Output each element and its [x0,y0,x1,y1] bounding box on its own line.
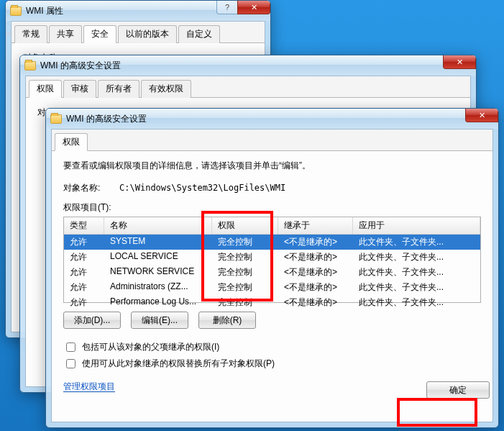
inherit-checkbox-label: 包括可从该对象的父项继承的权限(I) [82,341,219,353]
tab-audit[interactable]: 审核 [63,80,96,98]
tab-effective[interactable]: 有效权限 [141,80,191,98]
object-name-value: C:\Windows\System32\LogFiles\WMI [119,183,285,193]
window-title: WMI 的高级安全设置 [40,60,121,72]
folder-icon [24,61,36,71]
perm-items-label: 权限项目(T): [63,201,481,214]
tab-owner[interactable]: 所有者 [98,80,139,98]
table-row[interactable]: 允许Administrators (ZZ...完全控制<不是继承的>此文件夹、子… [64,280,480,295]
col-perm[interactable]: 权限 [212,217,278,234]
tabs: 常规 共享 安全 以前的版本 自定义 [12,22,265,43]
remove-button[interactable]: 删除(R) [198,312,256,329]
inherit-checkbox[interactable] [66,342,75,352]
titlebar[interactable]: WMI 属性 ? ✕ [6,1,270,21]
window-title: WMI 的高级安全设置 [66,113,147,125]
window-adv-security-2: WMI 的高级安全设置 ✕ 权限 要查看或编辑权限项目的详细信息，请选择该项目并… [45,108,499,428]
tab-share[interactable]: 共享 [49,25,82,43]
tab-permissions[interactable]: 权限 [29,80,62,98]
close-button[interactable]: ✕ [237,1,270,14]
titlebar[interactable]: WMI 的高级安全设置 ✕ [20,55,476,76]
folder-icon [50,114,62,124]
tab-general[interactable]: 常规 [14,25,47,43]
col-type[interactable]: 类型 [64,217,104,234]
tab-custom[interactable]: 自定义 [178,25,220,43]
titlebar[interactable]: WMI 的高级安全设置 ✕ [46,109,498,129]
table-row[interactable]: 允许Performance Log Us...完全控制<不是继承的>此文件夹、子… [64,295,480,310]
col-apply[interactable]: 应用于 [353,217,480,234]
col-inherit[interactable]: 继承于 [278,217,353,234]
tabs: 权限 [52,130,492,151]
replace-checkbox-row[interactable]: 使用可从此对象继承的权限替换所有子对象权限(P) [63,357,481,371]
replace-checkbox[interactable] [66,359,75,368]
manage-permissions-link[interactable]: 管理权限项目 [63,381,115,392]
permission-list-header: 类型 名称 权限 继承于 应用于 [64,217,480,235]
table-row[interactable]: 允许SYSTEM完全控制<不是继承的>此文件夹、子文件夹... [64,235,480,250]
tab-permissions[interactable]: 权限 [55,133,88,151]
help-button[interactable]: ? [216,1,238,14]
col-name[interactable]: 名称 [104,217,212,234]
table-row[interactable]: 允许LOCAL SERVICE完全控制<不是继承的>此文件夹、子文件夹... [64,250,480,265]
instruction-text: 要查看或编辑权限项目的详细信息，请选择该项目并单击“编辑”。 [63,160,481,172]
permission-list[interactable]: 类型 名称 权限 继承于 应用于 允许SYSTEM完全控制<不是继承的>此文件夹… [63,217,481,303]
replace-checkbox-label: 使用可从此对象继承的权限替换所有子对象权限(P) [82,358,275,370]
tab-prev-ver[interactable]: 以前的版本 [118,25,177,43]
add-button[interactable]: 添加(D)... [63,312,121,329]
tabs: 权限 审核 所有者 有效权限 [26,76,470,98]
inherit-checkbox-row[interactable]: 包括可从该对象的父项继承的权限(I) [63,340,481,354]
edit-button[interactable]: 编辑(E)... [131,312,188,329]
folder-icon [10,6,22,16]
dialog-body: 要查看或编辑权限项目的详细信息，请选择该项目并单击“编辑”。 对象名称: C:\… [52,151,492,401]
close-button[interactable]: ✕ [443,55,476,69]
tab-security[interactable]: 安全 [83,25,116,43]
object-name-label: 对象名称: [63,183,100,193]
close-button[interactable]: ✕ [465,109,498,122]
ok-button[interactable]: 确定 [426,381,490,399]
table-row[interactable]: 允许NETWORK SERVICE完全控制<不是继承的>此文件夹、子文件夹... [64,265,480,280]
window-title: WMI 属性 [26,5,63,17]
